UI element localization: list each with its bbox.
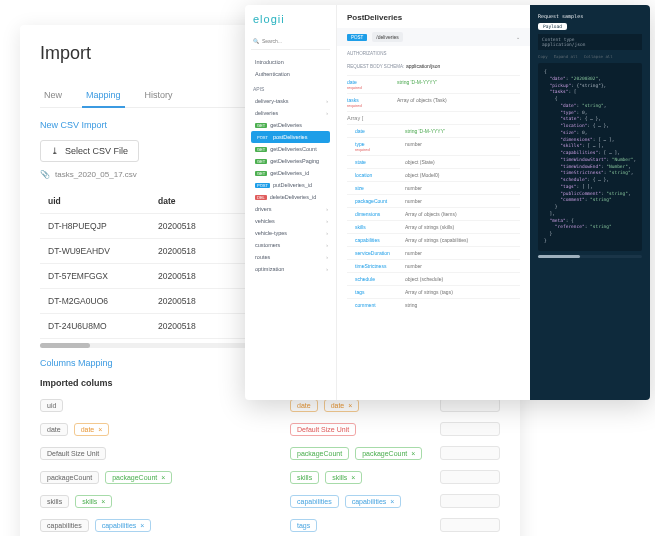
column-pill[interactable]: packageCount xyxy=(40,471,99,484)
api-nav-item[interactable]: POSTputDeliveries_id xyxy=(251,179,330,191)
param-name: location xyxy=(355,172,405,178)
param-row: skillsArray of strings (skills) xyxy=(347,220,520,233)
cell-date: 20200518 xyxy=(150,289,240,313)
api-main: PostDeliveries POST /deliveries ⌄ AUTHOR… xyxy=(337,5,530,400)
code-copy[interactable]: Copy xyxy=(538,54,548,59)
to-map-row: Default Size Unit xyxy=(290,420,500,438)
param-type: number xyxy=(405,185,520,191)
remove-icon[interactable]: × xyxy=(98,426,102,433)
api-nav-item[interactable]: GETgetDeliveriesPaging xyxy=(251,155,330,167)
default-value-input[interactable] xyxy=(440,446,500,460)
imported-row: packageCountpackageCount × xyxy=(40,468,250,486)
map-pill[interactable]: tags xyxy=(290,519,317,532)
param-type: object (State) xyxy=(405,159,520,165)
nav-item-label: deliveries xyxy=(255,110,278,116)
column-pill[interactable]: Default Size Unit xyxy=(40,447,106,460)
code-actions: Copy Expand all Collapse all xyxy=(538,54,642,59)
mapped-pill[interactable]: capabilities × xyxy=(95,519,152,532)
column-pill[interactable]: skills xyxy=(40,495,69,508)
param-row: timeStrictnessnumber xyxy=(347,259,520,272)
filename: tasks_2020_05_17.csv xyxy=(55,170,137,179)
method-badge: GET xyxy=(255,159,267,164)
default-value-input[interactable] xyxy=(440,518,500,532)
nav-authentication[interactable]: Authentication xyxy=(251,68,330,80)
chevron-right-icon: › xyxy=(326,110,328,116)
api-nav-item[interactable]: GETgetDeliveriesCount xyxy=(251,143,330,155)
api-nav-item[interactable]: vehicles› xyxy=(251,215,330,227)
param-type: number xyxy=(405,250,520,256)
table-header-date: date xyxy=(150,189,240,213)
api-nav-item[interactable]: deliveries› xyxy=(251,107,330,119)
tab-mapping[interactable]: Mapping xyxy=(82,84,125,108)
param-name: packageCount xyxy=(355,198,405,204)
default-value-input[interactable] xyxy=(440,398,500,412)
nav-item-label: getDeliveriesPaging xyxy=(270,158,319,164)
api-params: daterequiredstring 'D-M-YYYY'tasksrequir… xyxy=(337,71,530,315)
api-nav-item[interactable]: GETgetDeliveries xyxy=(251,119,330,131)
column-pill[interactable]: uid xyxy=(40,399,63,412)
map-pill[interactable]: skills xyxy=(290,471,319,484)
imported-row: uid xyxy=(40,396,250,414)
param-type: Array of strings (capabilities) xyxy=(405,237,520,243)
select-csv-button[interactable]: ⤓ Select CSV File xyxy=(40,140,139,162)
api-nav-item[interactable]: vehicle-types› xyxy=(251,227,330,239)
param-type: Array of strings (skills) xyxy=(405,224,520,230)
code-collapse-all[interactable]: Collapse all xyxy=(584,54,613,59)
mapped-pill[interactable]: packageCount × xyxy=(105,471,172,484)
map-pill[interactable]: packageCount × xyxy=(355,447,422,460)
map-pill[interactable]: capabilities xyxy=(290,495,339,508)
nav-item-label: getDeliveriesCount xyxy=(270,146,316,152)
chevron-down-icon[interactable]: ⌄ xyxy=(516,34,520,40)
tab-history[interactable]: History xyxy=(141,84,177,107)
map-pill[interactable]: capabilities × xyxy=(345,495,402,508)
imported-columns: Imported colums uiddatedate ×Default Siz… xyxy=(40,378,250,536)
api-code-panel: Request samples Payload Content type app… xyxy=(530,5,650,400)
api-nav-item[interactable]: DELdeleteDeliveries_id xyxy=(251,191,330,203)
code-tab-payload[interactable]: Payload xyxy=(538,23,567,30)
api-nav-item[interactable]: customers› xyxy=(251,239,330,251)
map-pill[interactable]: skills × xyxy=(325,471,362,484)
api-docs-window: elogii 🔍 Search... Introduction Authenti… xyxy=(245,5,650,400)
param-row: datestring 'D-M-YYYY' xyxy=(347,124,520,137)
cell-date: 20200518 xyxy=(150,314,240,338)
nav-item-label: vehicles xyxy=(255,218,275,224)
nav-item-label: postDeliveries xyxy=(273,134,308,140)
remove-icon[interactable]: × xyxy=(161,474,165,481)
api-nav-item[interactable]: POSTpostDeliveries xyxy=(251,131,330,143)
remove-icon[interactable]: × xyxy=(348,402,352,409)
nav-introduction[interactable]: Introduction xyxy=(251,56,330,68)
code-expand-all[interactable]: Expand all xyxy=(554,54,578,59)
api-nav-item[interactable]: optimization› xyxy=(251,263,330,275)
map-pill[interactable]: date xyxy=(290,399,318,412)
default-value-input[interactable] xyxy=(440,422,500,436)
param-name: comment xyxy=(355,302,405,308)
remove-icon[interactable]: × xyxy=(411,450,415,457)
mapped-pill[interactable]: skills × xyxy=(75,495,112,508)
remove-icon[interactable]: × xyxy=(140,522,144,529)
method-badge: POST xyxy=(255,135,270,140)
api-search[interactable]: 🔍 Search... xyxy=(251,35,330,50)
param-name: schedule xyxy=(355,276,405,282)
remove-icon[interactable]: × xyxy=(390,498,394,505)
column-pill[interactable]: capabilities xyxy=(40,519,89,532)
tab-new[interactable]: New xyxy=(40,84,66,107)
code-scrollbar[interactable] xyxy=(538,255,642,258)
default-value-input[interactable] xyxy=(440,494,500,508)
map-pill[interactable]: date × xyxy=(324,399,360,412)
api-nav-item[interactable]: delivery-tasks› xyxy=(251,95,330,107)
map-pill[interactable]: packageCount xyxy=(290,447,349,460)
api-nav-item[interactable]: routes› xyxy=(251,251,330,263)
api-nav-item[interactable]: drivers› xyxy=(251,203,330,215)
column-pill[interactable]: date xyxy=(40,423,68,436)
remove-icon[interactable]: × xyxy=(351,474,355,481)
endpoint-path: /deliveries xyxy=(372,32,403,42)
mapped-pill[interactable]: date × xyxy=(74,423,110,436)
api-nav-item[interactable]: GETgetDeliveries_id xyxy=(251,167,330,179)
default-value-input[interactable] xyxy=(440,470,500,484)
map-pill[interactable]: Default Size Unit xyxy=(290,423,356,436)
remove-icon[interactable]: × xyxy=(101,498,105,505)
param-name: dimensions xyxy=(355,211,405,217)
nav-apis-header: APIs xyxy=(253,86,330,92)
paperclip-icon: 📎 xyxy=(40,170,50,179)
cell-uid: DT-M2GA0UO6 xyxy=(40,289,150,313)
